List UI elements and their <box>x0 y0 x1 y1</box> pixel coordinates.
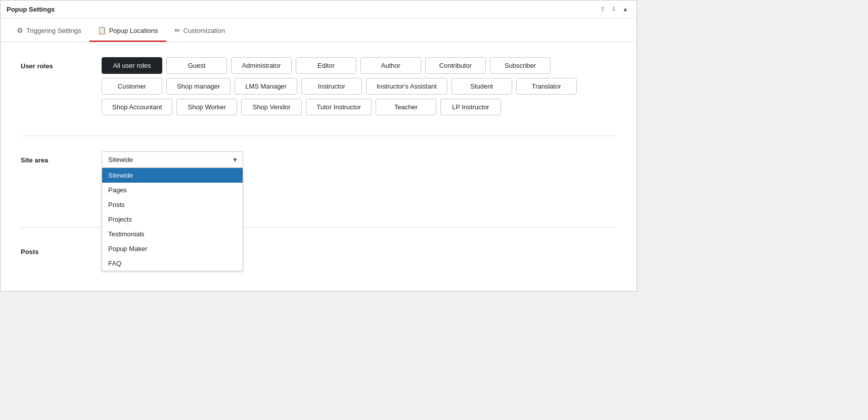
user-roles-content: All user roles Guest Administrator Edito… <box>102 57 616 115</box>
role-instructor[interactable]: Instructor <box>301 78 362 95</box>
role-subscriber[interactable]: Subscriber <box>490 57 551 74</box>
customization-icon: ✏ <box>174 26 180 34</box>
tab-triggering-label: Triggering Settings <box>26 27 81 34</box>
dropdown-item-projects[interactable]: Projects <box>102 212 243 227</box>
tab-customization[interactable]: ✏ Customization <box>166 18 233 42</box>
role-student[interactable]: Student <box>451 78 512 95</box>
roles-grid: All user roles Guest Administrator Edito… <box>102 57 616 115</box>
tab-customization-label: Customization <box>184 27 225 34</box>
site-area-dropdown-wrapper: Sitewide Pages Posts Projects Testimonia… <box>102 151 243 168</box>
tab-popup-locations[interactable]: 📋 Popup Locations <box>89 18 166 42</box>
roles-row-3: Shop Accountant Shop Worker Shop Vendor … <box>102 99 616 115</box>
dropdown-item-pages[interactable]: Pages <box>102 183 243 197</box>
panel-controls: ⇧ ⇩ ▲ <box>598 5 630 14</box>
site-area-select[interactable]: Sitewide Pages Posts Projects Testimonia… <box>102 151 243 168</box>
expand-button[interactable]: ▲ <box>620 5 630 14</box>
right-sidebar <box>737 0 868 420</box>
role-teacher[interactable]: Teacher <box>376 99 436 115</box>
tab-locations-label: Popup Locations <box>109 27 158 34</box>
user-roles-section: User roles All user roles Guest Administ… <box>21 57 616 115</box>
panel-title: Popup Settings <box>7 6 55 13</box>
site-area-label: Site area <box>21 151 102 164</box>
dropdown-item-sitewide[interactable]: Sitewide <box>102 168 243 183</box>
collapse-down-button[interactable]: ⇩ <box>609 5 618 14</box>
site-area-section: Site area Sitewide Pages Posts Projects … <box>21 151 616 207</box>
role-instructors-assistant[interactable]: Instructor's Assistant <box>366 78 447 95</box>
dropdown-item-faq[interactable]: FAQ <box>102 256 243 271</box>
role-shop-vendor[interactable]: Shop Vendor <box>241 99 302 115</box>
role-lp-instructor[interactable]: LP Instructor <box>440 99 501 115</box>
role-contributor[interactable]: Contributor <box>425 57 486 74</box>
tab-triggering-settings[interactable]: ⚙ Triggering Settings <box>9 18 89 42</box>
role-translator[interactable]: Translator <box>516 78 577 95</box>
collapse-up-button[interactable]: ⇧ <box>598 5 607 14</box>
roles-row-1: All user roles Guest Administrator Edito… <box>102 57 616 74</box>
role-author[interactable]: Author <box>360 57 421 74</box>
section-divider <box>21 136 616 136</box>
tabs-bar: ⚙ Triggering Settings 📋 Popup Locations … <box>1 18 636 42</box>
role-customer[interactable]: Customer <box>102 78 162 95</box>
panel-header: Popup Settings ⇧ ⇩ ▲ <box>1 1 636 18</box>
role-guest[interactable]: Guest <box>166 57 227 74</box>
role-all-user-roles[interactable]: All user roles <box>102 57 162 74</box>
user-roles-label: User roles <box>21 57 102 70</box>
dropdown-item-testimonials[interactable]: Testimonials <box>102 227 243 241</box>
role-shop-accountant[interactable]: Shop Accountant <box>102 99 172 115</box>
role-editor[interactable]: Editor <box>296 57 356 74</box>
posts-label: Posts <box>21 243 102 256</box>
panel-body: User roles All user roles Guest Administ… <box>1 42 636 291</box>
gear-icon: ⚙ <box>17 26 23 34</box>
role-tutor-instructor[interactable]: Tutor Instructor <box>306 99 372 115</box>
dropdown-item-posts[interactable]: Posts <box>102 197 243 212</box>
roles-row-2: Customer Shop manager LMS Manager Instru… <box>102 78 616 95</box>
role-shop-manager[interactable]: Shop manager <box>166 78 231 95</box>
site-area-content: Sitewide Pages Posts Projects Testimonia… <box>102 151 616 207</box>
role-administrator[interactable]: Administrator <box>231 57 292 74</box>
site-area-dropdown-menu: Sitewide Pages Posts Projects Testimonia… <box>102 168 243 271</box>
role-lms-manager[interactable]: LMS Manager <box>235 78 297 95</box>
location-icon: 📋 <box>98 26 106 34</box>
role-shop-worker[interactable]: Shop Worker <box>176 99 237 115</box>
dropdown-item-popup-maker[interactable]: Popup Maker <box>102 241 243 256</box>
